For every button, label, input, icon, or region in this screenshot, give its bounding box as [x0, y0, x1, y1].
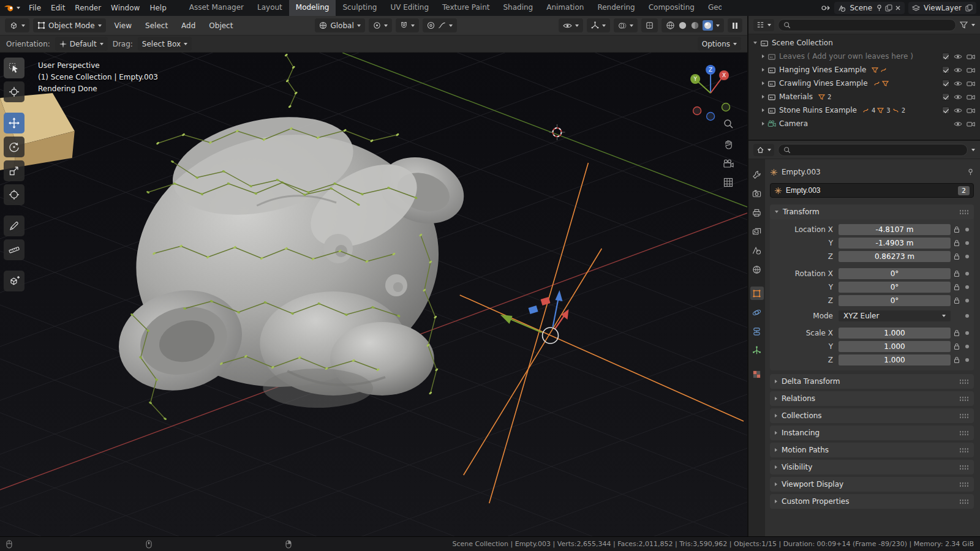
rotation-x-field[interactable]: 0° — [839, 268, 951, 279]
keyframe-dot-icon[interactable] — [965, 272, 969, 276]
disclosure-open-icon[interactable] — [753, 42, 757, 44]
tab-output[interactable] — [750, 206, 764, 219]
hide-eye-icon[interactable] — [954, 67, 962, 73]
lock-icon[interactable] — [954, 270, 960, 277]
keyframe-dot-icon[interactable] — [965, 345, 969, 348]
object-name-input[interactable] — [786, 186, 954, 195]
scale-z-field[interactable]: 1.000 — [839, 354, 951, 365]
lock-icon[interactable] — [954, 226, 960, 233]
menu-file[interactable]: File — [24, 2, 46, 14]
new-scene-icon[interactable] — [885, 4, 892, 12]
outliner-search-input[interactable] — [794, 21, 951, 29]
snap-controls[interactable] — [396, 18, 419, 32]
magnet-icon[interactable] — [400, 21, 408, 29]
camera-view-icon[interactable] — [723, 159, 734, 168]
lock-icon[interactable] — [954, 239, 960, 247]
render-visibility-camera-icon[interactable] — [967, 107, 975, 114]
pin-icon[interactable] — [876, 4, 883, 12]
grid-view-icon[interactable] — [723, 178, 733, 187]
tab-layout[interactable]: Layout — [251, 0, 289, 16]
panel-relations[interactable]: Relations — [770, 391, 974, 406]
proportional-edit-controls[interactable] — [423, 18, 457, 32]
menu-render[interactable]: Render — [70, 2, 106, 14]
tab-texture-paint[interactable]: Texture Paint — [435, 0, 496, 16]
outliner-item-leaves[interactable]: Leaves ( Add your own leaves here ) — [748, 50, 980, 63]
disclosure-icon[interactable] — [762, 81, 764, 85]
disclosure-icon[interactable] — [762, 68, 764, 72]
panel-instancing[interactable]: Instancing — [770, 425, 974, 440]
disclosure-icon[interactable] — [762, 95, 764, 99]
tab-physics[interactable] — [750, 305, 764, 319]
keyframe-dot-icon[interactable] — [965, 299, 969, 302]
tab-tool[interactable] — [750, 168, 764, 181]
drag-handle-icon[interactable] — [959, 482, 969, 487]
breadcrumb-object-name[interactable]: Empty.003 — [782, 168, 821, 176]
drag-handle-icon[interactable] — [959, 430, 969, 436]
disclosure-icon[interactable] — [762, 54, 764, 58]
menu-viewport-add[interactable]: Add — [176, 20, 200, 32]
render-visibility-camera-icon[interactable] — [967, 94, 975, 100]
collection-checkbox[interactable] — [942, 80, 949, 87]
tab-asset-manager[interactable]: Asset Manager — [183, 0, 251, 16]
panel-motion-paths[interactable]: Motion Paths — [770, 443, 974, 457]
lock-icon[interactable] — [954, 283, 960, 291]
drag-handle-icon[interactable] — [959, 413, 969, 419]
rotation-mode-dropdown[interactable]: XYZ Euler — [839, 310, 951, 321]
scale-x-field[interactable]: 1.000 — [839, 328, 951, 339]
scene-browse-icon[interactable] — [821, 4, 831, 12]
panel-visibility[interactable]: Visibility — [770, 460, 974, 474]
drag-handle-icon[interactable] — [959, 379, 969, 384]
tab-uv-editing[interactable]: UV Editing — [383, 0, 435, 16]
orientation-dropdown[interactable]: Global — [315, 18, 364, 32]
pivot-point-dropdown[interactable] — [369, 18, 392, 32]
outliner-item-materials[interactable]: Materials 2 — [748, 90, 980, 103]
shading-solid-icon[interactable] — [678, 21, 687, 30]
properties-search-input[interactable] — [794, 146, 962, 154]
tool-cursor[interactable] — [4, 81, 24, 102]
gizmo-neg-x-ball[interactable] — [693, 107, 701, 115]
tab-object[interactable] — [750, 287, 764, 300]
tool-rotate[interactable] — [4, 137, 24, 157]
gizmo-neg-z-ball[interactable] — [707, 113, 715, 121]
hide-eye-icon[interactable] — [954, 107, 962, 114]
pan-hand-icon[interactable] — [723, 139, 734, 149]
render-visibility-camera-icon[interactable] — [967, 67, 975, 73]
rotation-z-field[interactable]: 0° — [839, 295, 951, 306]
tab-scene[interactable] — [750, 244, 764, 257]
proportional-edit-icon[interactable] — [427, 21, 435, 29]
orientation-setting-dropdown[interactable]: Default — [55, 37, 108, 51]
tool-transform[interactable] — [4, 184, 24, 205]
viewlayer-selector[interactable]: ViewLayer — [908, 2, 976, 14]
disclosure-icon[interactable] — [762, 108, 764, 112]
tool-add-cube[interactable] — [4, 271, 24, 291]
outliner-root-row[interactable]: Scene Collection — [748, 36, 980, 50]
zoom-icon[interactable] — [723, 119, 734, 129]
panel-custom-properties[interactable]: Custom Properties — [770, 494, 974, 509]
hide-eye-icon[interactable] — [954, 94, 962, 100]
drag-handle-icon[interactable] — [959, 396, 969, 402]
drag-handle-icon[interactable] — [959, 499, 969, 504]
xray-toggle[interactable] — [641, 18, 658, 32]
lock-icon[interactable] — [954, 329, 960, 337]
navigation-gizmo[interactable]: Z X Y — [690, 65, 729, 121]
hide-eye-icon[interactable] — [954, 121, 962, 127]
disclosure-icon[interactable] — [762, 122, 764, 126]
menu-viewport-object[interactable]: Object — [204, 20, 238, 32]
pin-id-icon[interactable] — [967, 168, 974, 176]
render-visibility-camera-icon[interactable] — [967, 121, 975, 127]
new-viewlayer-icon[interactable] — [965, 4, 973, 12]
editor-type-button[interactable] — [5, 18, 29, 32]
menu-window[interactable]: Window — [106, 2, 145, 14]
shading-material-icon[interactable] — [690, 21, 699, 30]
tab-modeling[interactable]: Modeling — [289, 0, 336, 16]
keyframe-dot-icon[interactable] — [965, 331, 969, 335]
panel-delta-transform[interactable]: Delta Transform — [770, 374, 974, 389]
tool-move[interactable] — [4, 113, 24, 133]
lock-icon[interactable] — [954, 253, 960, 260]
menu-edit[interactable]: Edit — [46, 2, 70, 14]
properties-editor-type-button[interactable] — [753, 144, 774, 156]
tab-sculpting[interactable]: Sculpting — [336, 0, 383, 16]
tab-shading[interactable]: Shading — [496, 0, 540, 16]
drag-handle-icon[interactable] — [959, 448, 969, 453]
location-x-field[interactable]: -4.8107 m — [839, 224, 951, 235]
